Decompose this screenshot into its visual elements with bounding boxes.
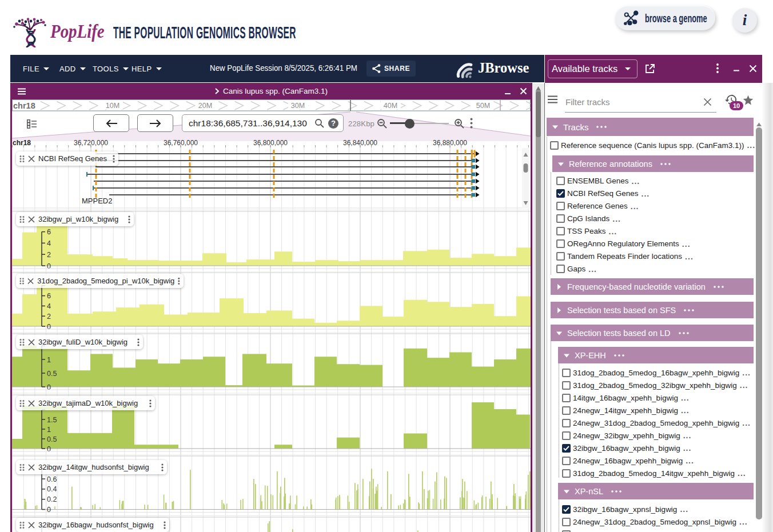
svg-text:1: 1 — [47, 426, 51, 434]
svg-text:40M: 40M — [384, 102, 397, 110]
svg-text:4: 4 — [47, 302, 51, 310]
svg-text:4: 4 — [47, 239, 51, 247]
svg-text:chr18: chr18 — [13, 139, 31, 147]
svg-text:20M: 20M — [198, 102, 212, 110]
svg-text:MPPED2: MPPED2 — [82, 197, 112, 205]
svg-text:2: 2 — [47, 313, 51, 321]
svg-text:1: 1 — [47, 356, 51, 364]
svg-text:0.6: 0.6 — [47, 475, 57, 483]
svg-text:6: 6 — [47, 292, 51, 300]
svg-text:0.4: 0.4 — [47, 485, 57, 493]
svg-text:0.2: 0.2 — [47, 495, 57, 503]
svg-text:6: 6 — [47, 228, 51, 236]
svg-text:1.5: 1.5 — [47, 416, 57, 424]
svg-text:0.5: 0.5 — [47, 370, 57, 378]
svg-text:50M: 50M — [476, 102, 490, 110]
svg-text:0.5: 0.5 — [47, 435, 57, 443]
svg-text:10M: 10M — [106, 102, 119, 110]
svg-text:30M: 30M — [291, 102, 305, 110]
svg-text:2: 2 — [47, 251, 51, 259]
svg-text:chr18: chr18 — [13, 101, 35, 110]
